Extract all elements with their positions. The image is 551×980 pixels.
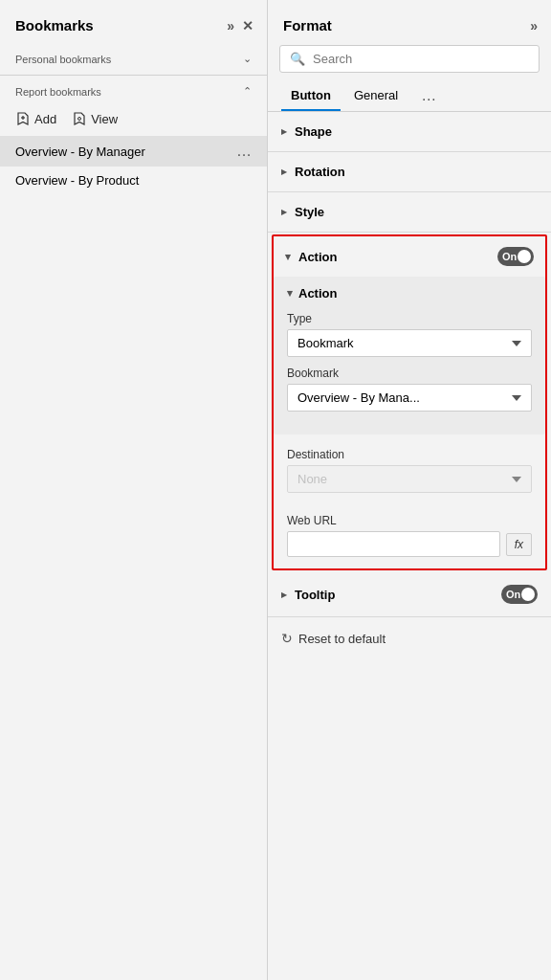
tooltip-toggle-label[interactable]: On (501, 585, 538, 604)
bookmark-item-1[interactable]: Overview - By Product (0, 167, 267, 194)
rotation-label: Rotation (295, 165, 345, 179)
tab-general[interactable]: General (344, 80, 408, 111)
right-panel: Format » 🔍 Button General … ▸ Shape ▸ Ro… (268, 0, 551, 980)
add-bookmark-button[interactable]: Add (15, 111, 56, 126)
rotation-header-left: ▸ Rotation (281, 165, 345, 179)
fx-button[interactable]: fx (506, 533, 532, 556)
shape-header-left: ▸ Shape (281, 124, 332, 139)
rotation-chevron: ▸ (281, 166, 287, 178)
tooltip-label: Tooltip (295, 588, 335, 602)
tab-button[interactable]: Button (281, 80, 341, 111)
inner-action-label: Action (298, 286, 337, 301)
right-expand-icon[interactable]: » (530, 18, 538, 33)
svg-point-2 (78, 118, 81, 121)
personal-bookmarks-header[interactable]: Personal bookmarks ⌄ (0, 45, 267, 73)
view-bookmark-button[interactable]: View (72, 111, 118, 126)
rotation-header[interactable]: ▸ Rotation (268, 152, 551, 191)
add-label: Add (34, 112, 56, 126)
action-section: ▾ Action On ▾ Action Type B (272, 234, 547, 570)
inner-chevron: ▾ (287, 287, 293, 300)
reset-row[interactable]: ↻ Reset to default (268, 617, 551, 659)
style-section: ▸ Style (268, 192, 551, 233)
tabs-more-icon[interactable]: … (415, 83, 442, 108)
expand-icon[interactable]: » (227, 18, 234, 33)
personal-bookmarks-chevron: ⌄ (243, 53, 252, 65)
bookmark-field: Bookmark Overview - By Mana... Overview … (287, 367, 532, 421)
action-inner-header[interactable]: ▾ Action (287, 286, 532, 301)
search-input[interactable] (313, 52, 529, 66)
report-bookmarks-chevron: ⌃ (243, 85, 252, 98)
action-label: Action (298, 250, 337, 264)
bookmark-label: Bookmark (287, 367, 532, 380)
bookmark-item-name-1: Overview - By Product (15, 173, 139, 188)
reset-icon: ↻ (281, 631, 293, 646)
close-icon[interactable]: ✕ (242, 18, 253, 33)
bookmarks-title: Bookmarks (15, 17, 94, 33)
bookmark-item-name-0: Overview - By Manager (15, 145, 145, 159)
weburl-row: fx (287, 531, 532, 557)
style-header[interactable]: ▸ Style (268, 192, 551, 232)
reset-label: Reset to default (298, 632, 386, 646)
style-chevron: ▸ (281, 206, 287, 218)
weburl-input[interactable] (287, 531, 500, 557)
toggle-label[interactable]: On (497, 247, 534, 266)
tooltip-chevron: ▸ (281, 589, 287, 601)
tooltip-header[interactable]: ▸ Tooltip On (268, 572, 551, 616)
bookmark-select[interactable]: Overview - By Mana... Overview - By Prod… (287, 384, 532, 412)
weburl-label: Web URL (287, 514, 532, 527)
action-chevron: ▾ (285, 251, 291, 263)
action-header-left: ▾ Action (285, 250, 337, 264)
shape-chevron: ▸ (281, 125, 287, 138)
type-field: Type Bookmark Back Drill through Page na… (287, 312, 532, 367)
tooltip-section: ▸ Tooltip On (268, 572, 551, 617)
weburl-section: Web URL fx (274, 510, 545, 568)
style-label: Style (295, 205, 324, 219)
report-bookmarks-header[interactable]: Report bookmarks ⌃ (0, 78, 267, 105)
type-label: Type (287, 312, 532, 325)
personal-bookmarks-label: Personal bookmarks (15, 54, 111, 65)
view-label: View (91, 112, 118, 126)
rotation-section: ▸ Rotation (268, 152, 551, 192)
tooltip-toggle-on-label: On (506, 589, 520, 600)
format-title: Format (283, 17, 332, 33)
divider-1 (0, 75, 267, 76)
view-bookmark-icon (72, 111, 87, 126)
type-select[interactable]: Bookmark Back Drill through Page navigat… (287, 329, 532, 357)
bookmarks-actions: Add View (0, 105, 267, 136)
action-header[interactable]: ▾ Action On (274, 236, 545, 277)
left-panel: Bookmarks » ✕ Personal bookmarks ⌄ Repor… (0, 0, 268, 980)
toggle-on-label: On (502, 251, 517, 262)
destination-label: Destination (287, 448, 532, 461)
tooltip-header-left: ▸ Tooltip (281, 588, 335, 602)
tab-general-label: General (354, 88, 398, 102)
toggle-slider: On (497, 247, 534, 266)
tooltip-toggle-slider: On (501, 585, 538, 604)
action-toggle[interactable]: On (497, 247, 534, 266)
bookmark-more-button-0[interactable]: … (234, 143, 253, 160)
destination-select[interactable]: None (287, 465, 532, 493)
tabs-row: Button General … (268, 80, 551, 112)
tooltip-toggle[interactable]: On (501, 585, 538, 604)
header-icons: » ✕ (227, 18, 253, 33)
search-box[interactable]: 🔍 (279, 45, 540, 73)
style-header-left: ▸ Style (281, 205, 324, 219)
shape-header[interactable]: ▸ Shape (268, 112, 551, 151)
shape-section: ▸ Shape (268, 112, 551, 152)
destination-section: Destination None (274, 440, 545, 510)
shape-label: Shape (295, 124, 332, 139)
left-panel-header: Bookmarks » ✕ (0, 0, 267, 45)
add-bookmark-icon (15, 111, 31, 126)
search-icon: 🔍 (290, 52, 305, 66)
right-panel-header: Format » (268, 0, 551, 45)
tab-button-label: Button (291, 88, 331, 102)
action-inner: ▾ Action Type Bookmark Back Drill throug… (274, 277, 545, 434)
report-bookmarks-label: Report bookmarks (15, 86, 101, 98)
bookmark-item-0[interactable]: Overview - By Manager … (0, 136, 267, 167)
